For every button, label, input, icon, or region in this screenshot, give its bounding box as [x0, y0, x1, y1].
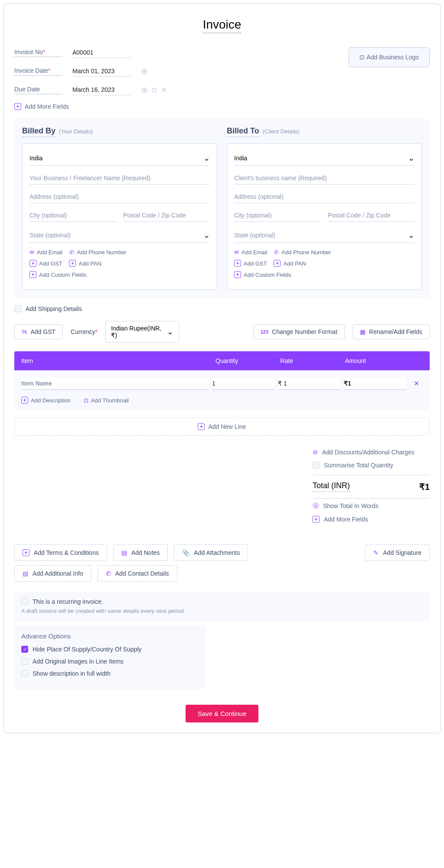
item-name-input[interactable]: [21, 377, 209, 390]
plus-icon: +: [313, 516, 320, 523]
plus-icon: +: [21, 397, 28, 404]
calendar-icon[interactable]: ⊞: [141, 67, 147, 75]
billed-to-city-input[interactable]: [234, 209, 321, 222]
add-discounts-button[interactable]: ⊘Add Discounts/Additional Charges: [313, 449, 430, 456]
percent-icon: %: [22, 328, 27, 335]
save-button[interactable]: Save & Continue: [186, 705, 259, 722]
billed-to-add-custom[interactable]: +Add Custom Fields: [234, 271, 291, 278]
billed-to-country-select[interactable]: India⌄: [234, 151, 415, 166]
billed-by-add-pan[interactable]: +Add PAN: [69, 260, 101, 267]
billed-to-add-phone[interactable]: ✆Add Phone Number: [274, 249, 331, 256]
phone-icon: ✆: [274, 249, 279, 256]
billed-by-name-input[interactable]: [29, 172, 210, 185]
page-title[interactable]: Invoice: [203, 18, 242, 33]
plus-icon: +: [234, 271, 241, 278]
billed-by-add-phone[interactable]: ✆Add Phone Number: [69, 249, 126, 256]
add-info-button[interactable]: ▤Add Additional Info: [14, 565, 91, 582]
due-date-input[interactable]: [72, 84, 131, 95]
advance-options-title: Advance Options: [21, 632, 198, 640]
add-total-fields-button[interactable]: +Add More Fields: [313, 516, 430, 523]
invoice-date-input[interactable]: [72, 66, 131, 77]
number-format-button[interactable]: 123Change Number Format: [253, 324, 345, 339]
billed-by-country-select[interactable]: India⌄: [29, 151, 210, 166]
show-words-button[interactable]: ⓈShow Total In Words: [313, 502, 430, 510]
add-signature-button[interactable]: ✎Add Signature: [365, 544, 430, 561]
remove-item-button[interactable]: ✕: [410, 379, 423, 388]
add-description-button[interactable]: +Add Description: [21, 397, 71, 404]
summarise-checkbox[interactable]: Summarise Total Quantity: [313, 462, 430, 469]
plus-icon: +: [69, 260, 76, 267]
mail-icon: ✉: [234, 249, 239, 256]
billed-by-city-input[interactable]: [29, 209, 116, 222]
billed-to-panel: Billed To(Client Details) India⌄ State (…: [227, 126, 422, 290]
add-line-button[interactable]: +Add New Line: [14, 418, 430, 436]
add-terms-button[interactable]: +Add Terms & Conditions: [14, 544, 107, 561]
calendar-icon[interactable]: ⊞: [141, 86, 147, 94]
quantity-input[interactable]: [212, 377, 274, 390]
add-logo-button[interactable]: ⊡Add Business Logo: [349, 47, 430, 67]
add-attachments-button[interactable]: 📎Add Attachments: [174, 544, 248, 561]
billed-to-zip-input[interactable]: [328, 209, 415, 222]
mail-icon: ✉: [29, 249, 34, 256]
phone-icon: ✆: [69, 249, 74, 256]
close-icon[interactable]: ✕: [161, 86, 167, 94]
billed-to-address-input[interactable]: [234, 191, 415, 203]
billed-to-sub: (Client Details): [263, 128, 300, 135]
adv-option-images[interactable]: Add Original Images in Line Items: [21, 658, 198, 665]
plus-icon: +: [234, 260, 241, 267]
paperclip-icon: 📎: [182, 549, 189, 556]
currency-select[interactable]: Indian Rupee(INR, ₹)⌄: [105, 321, 179, 343]
invoice-no-input[interactable]: [72, 47, 131, 58]
phone-icon: ✆: [106, 570, 111, 577]
add-more-fields-button[interactable]: + Add More Fields: [14, 103, 338, 110]
adv-option-hide-supply[interactable]: ✓Hide Place Of Supply/Country Of Supply: [21, 646, 198, 653]
amount-input[interactable]: [344, 377, 406, 390]
amount-col-header: Amount: [345, 357, 410, 364]
gear-icon[interactable]: ⊙: [151, 86, 157, 94]
adv-option-fullwidth[interactable]: Show description in full width: [21, 670, 198, 677]
rate-input[interactable]: [278, 377, 340, 390]
notes-icon: ▤: [121, 549, 127, 556]
tag-icon: ⊘: [313, 449, 318, 456]
checkbox-icon: [21, 598, 28, 605]
billed-by-sub: (Your Details): [59, 128, 93, 135]
billed-by-add-gst[interactable]: +Add GST: [29, 260, 62, 267]
chevron-down-icon: ⌄: [167, 327, 173, 337]
rate-col-header: Rate: [280, 357, 345, 364]
checkbox-icon: [21, 670, 28, 677]
number-icon: 123: [261, 329, 268, 334]
recurring-sub: A draft invoice will be created with sam…: [21, 608, 423, 614]
billed-to-add-gst[interactable]: +Add GST: [234, 260, 267, 267]
billed-by-address-input[interactable]: [29, 191, 210, 203]
billed-to-add-pan[interactable]: +Add PAN: [274, 260, 306, 267]
currency-label: Currency*: [71, 328, 98, 335]
chevron-down-icon: ⌄: [408, 153, 415, 163]
table-icon: ▦: [360, 328, 366, 335]
billed-by-zip-input[interactable]: [123, 209, 210, 222]
image-icon: ⊡: [84, 397, 88, 404]
add-gst-button[interactable]: %Add GST: [14, 324, 63, 339]
add-notes-button[interactable]: ▤Add Notes: [113, 544, 168, 561]
billed-by-state-select[interactable]: State (optional)⌄: [29, 228, 210, 243]
total-label: Total (INR): [313, 481, 350, 492]
items-table-header: Item Quantity Rate Amount: [14, 351, 430, 370]
shipping-checkbox[interactable]: Add Shipping Details: [14, 305, 430, 312]
total-value: ₹1: [419, 482, 430, 492]
billed-to-state-select[interactable]: State (optional)⌄: [234, 228, 415, 243]
checkbox-icon: [313, 462, 320, 469]
qty-col-header: Quantity: [215, 357, 280, 364]
plus-icon: +: [198, 423, 205, 430]
billed-by-add-custom[interactable]: +Add Custom Fields: [29, 271, 87, 278]
invoice-no-label: Invoice No*: [14, 49, 62, 57]
billed-to-name-input[interactable]: [234, 172, 415, 185]
billed-to-add-email[interactable]: ✉Add Email: [234, 249, 267, 256]
checkbox-icon: ✓: [21, 646, 28, 653]
rename-fields-button[interactable]: ▦Rename/Add Fields: [353, 324, 430, 339]
image-icon: ⊡: [359, 54, 365, 61]
add-thumbnail-button[interactable]: ⊡Add Thumbnail: [84, 397, 129, 404]
billed-by-add-email[interactable]: ✉Add Email: [29, 249, 62, 256]
checkbox-icon: [14, 305, 21, 312]
add-contact-button[interactable]: ✆Add Contact Details: [98, 565, 177, 582]
recurring-checkbox[interactable]: This is a recurring invoice.: [21, 598, 423, 605]
plus-icon: +: [23, 549, 29, 556]
